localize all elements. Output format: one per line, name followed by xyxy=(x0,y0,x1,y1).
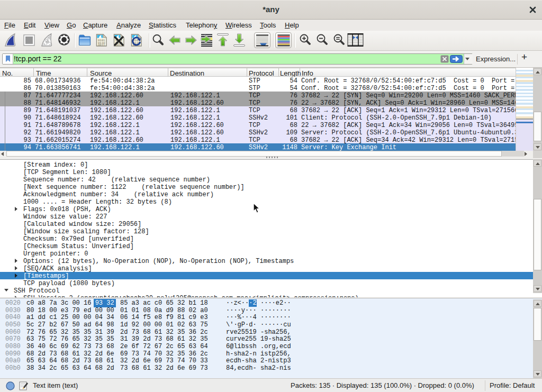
svg-text:0011: 0011 xyxy=(98,43,105,47)
